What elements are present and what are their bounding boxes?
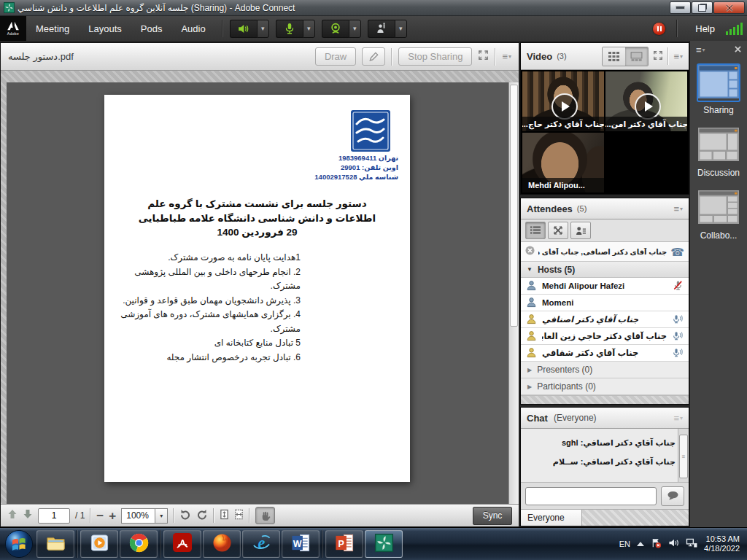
microphone-dropdown[interactable]: ▾ (303, 20, 315, 38)
chat-message-area[interactable]: جناب آقاي دكتر اصنافي: sghl جناب آقاي دك… (521, 429, 689, 483)
layout-item-sharing[interactable]: Sharing (690, 65, 747, 115)
clock[interactable]: 10:53 AM 4/18/2022 (704, 534, 740, 553)
stop-sharing-button[interactable]: Stop Sharing (398, 47, 472, 66)
expand-arrow-icon[interactable]: ▶ (527, 367, 532, 373)
document-scrollbar[interactable] (508, 82, 519, 504)
scrollbar-thumb[interactable] (510, 85, 518, 327)
connection-status-icon[interactable] (726, 23, 743, 35)
video-tile[interactable]: Mehdi Alipou... (522, 133, 604, 192)
attendee-row[interactable]: جناب آقاي دكتر اصنافي (521, 311, 689, 328)
presenters-section-header[interactable]: ▶ Presenters (0) (521, 362, 689, 378)
microphone-icon[interactable] (276, 20, 303, 38)
raise-hand-split-button[interactable]: ▾ (368, 20, 407, 38)
close-button[interactable] (713, 1, 745, 14)
breakout-view-button[interactable] (548, 222, 568, 239)
network-icon[interactable] (686, 537, 697, 551)
raise-hand-dropdown[interactable]: ▾ (395, 20, 407, 38)
grid-view-button[interactable] (603, 47, 625, 66)
taskbar-word-button[interactable]: W (282, 530, 320, 558)
menu-pods[interactable]: Pods (141, 23, 163, 34)
participants-section-header[interactable]: ▶ Participants (0) (521, 378, 689, 395)
attendee-row[interactable]: جناب آقاي دكتر حاجي زين العابديني (521, 328, 689, 345)
filmstrip-view-button[interactable] (625, 47, 648, 66)
collaboration-layout-thumbnail[interactable] (698, 214, 739, 226)
taskbar-acrobat-button[interactable] (163, 530, 201, 558)
zoom-in-button[interactable]: + (109, 510, 116, 522)
video-pod-menu-icon[interactable]: ≡▾ (673, 51, 683, 62)
taskbar-adobe-connect-button[interactable] (365, 530, 403, 558)
attendees-pod-menu-icon[interactable]: ≡▾ (673, 203, 683, 214)
attendee-list-view-button[interactable] (525, 222, 546, 239)
page-down-button[interactable] (23, 509, 33, 522)
layout-item-collaboration[interactable]: Collabo... (690, 190, 747, 241)
window-titlebar[interactable]: جلسه آنلاين گروه علم اطلاعات و دانش شناس… (0, 0, 747, 16)
speaker-split-button[interactable]: ▾ (230, 20, 269, 38)
taskbar-mediaplayer-button[interactable] (80, 530, 118, 558)
menu-audio[interactable]: Audio (181, 23, 205, 34)
play-icon[interactable] (551, 93, 578, 120)
disconnect-phone-icon[interactable] (525, 245, 535, 258)
layouts-close-icon[interactable] (735, 45, 741, 54)
zoom-out-button[interactable]: − (96, 510, 104, 522)
minimize-button[interactable] (670, 1, 691, 14)
attendee-status-view-button[interactable] (570, 222, 591, 239)
play-icon[interactable] (635, 93, 661, 120)
taskbar-explorer-button[interactable] (36, 530, 74, 558)
menu-help[interactable]: Help (695, 23, 715, 34)
attendee-row[interactable]: جناب آقاي دكتر شقاقي (521, 345, 689, 362)
taskbar-chrome-button[interactable] (120, 530, 158, 558)
video-tile[interactable]: جناب آقاي دكتر امن... (605, 71, 687, 131)
send-message-button[interactable] (661, 486, 684, 506)
zoom-dropdown-arrow[interactable]: ▾ (155, 508, 168, 524)
webcam-split-button[interactable]: ▾ (322, 20, 361, 38)
discussion-layout-thumbnail[interactable] (698, 151, 739, 163)
chat-pod-menu-icon[interactable]: ≡▾ (673, 413, 683, 424)
hand-pan-tool-button[interactable] (255, 507, 275, 524)
layout-item-discussion[interactable]: Discussion (690, 128, 747, 178)
chat-scrollbar-thumb[interactable]: ≡ (679, 435, 688, 478)
webcam-icon[interactable] (322, 20, 349, 38)
action-center-flag-icon[interactable] (651, 537, 662, 551)
attendee-row[interactable]: Mehdi Alipour Hafezi (521, 278, 689, 295)
start-button[interactable] (2, 529, 36, 559)
video-tile[interactable]: جناب آقاي دكتر حاج... (522, 71, 604, 131)
recording-paused-indicator[interactable] (653, 23, 665, 35)
taskbar-powerpoint-button[interactable]: P (325, 530, 363, 558)
sharing-layout-thumbnail[interactable] (698, 88, 739, 101)
taskbar-firefox-button[interactable] (203, 530, 241, 558)
language-indicator[interactable]: EN (619, 540, 630, 548)
rotate-left-button[interactable] (179, 509, 191, 523)
video-fullscreen-icon[interactable] (653, 50, 663, 63)
speaker-dropdown[interactable]: ▾ (257, 20, 269, 38)
raise-hand-icon[interactable] (368, 20, 395, 38)
sync-button[interactable]: Sync (473, 507, 512, 525)
volume-icon[interactable] (668, 537, 679, 551)
fit-page-button[interactable] (220, 509, 229, 523)
speaker-icon[interactable] (230, 20, 257, 38)
draw-button[interactable]: Draw (315, 47, 356, 66)
restore-button[interactable] (692, 1, 713, 14)
layouts-menu-icon[interactable]: ≡▾ (696, 44, 705, 55)
chat-message-input[interactable] (525, 487, 657, 505)
expand-arrow-icon[interactable]: ▶ (527, 384, 532, 390)
fullscreen-icon[interactable] (478, 50, 489, 63)
page-number-input[interactable] (38, 508, 70, 524)
webcam-dropdown[interactable]: ▾ (349, 20, 361, 38)
fit-width-button[interactable] (234, 509, 244, 523)
collapse-arrow-icon[interactable]: ▼ (527, 266, 533, 273)
document-viewer[interactable]: تهران 1983969411 اوين تلفن: 29901 شناسه … (7, 82, 519, 504)
hosts-section-header[interactable]: ▼ Hosts (5) (521, 262, 689, 278)
phone-conference-row[interactable]: جناب آقاي دكتر اصنافي, جناب آقاي دكتر حا… (521, 242, 689, 262)
rotate-right-button[interactable] (196, 509, 208, 523)
share-pod-menu-icon[interactable]: ≡▾ (502, 51, 511, 62)
chat-tab-everyone[interactable]: Everyone (521, 510, 582, 526)
microphone-split-button[interactable]: ▾ (276, 20, 315, 38)
zoom-level-select[interactable]: 100% ▾ (121, 508, 168, 524)
page-up-button[interactable] (7, 509, 18, 522)
show-hidden-icons-icon[interactable] (637, 542, 644, 546)
attendee-row[interactable]: Momeni (521, 295, 689, 311)
chat-scrollbar[interactable]: ≡ (678, 429, 689, 482)
pointer-tool-button[interactable] (362, 47, 385, 66)
menu-layouts[interactable]: Layouts (88, 23, 122, 34)
menu-meeting[interactable]: Meeting (36, 23, 69, 34)
